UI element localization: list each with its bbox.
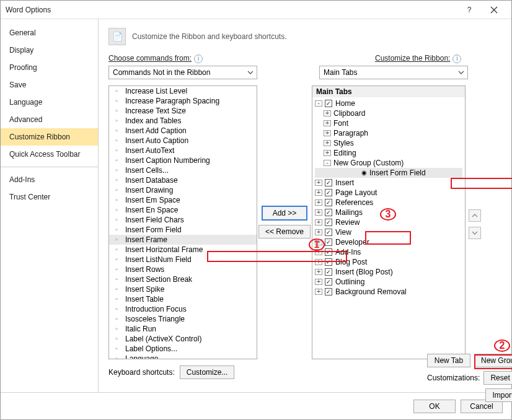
command-list-item[interactable]: ▫Insert Add Caption [109, 126, 257, 136]
command-list-item[interactable]: ▫Introduction Focus [109, 304, 257, 314]
command-list-item[interactable]: ▫Increase Text Size [109, 106, 257, 116]
command-list-item[interactable]: ▫Insert Table [109, 294, 257, 304]
checkbox[interactable]: ✓ [325, 229, 332, 236]
command-list-item[interactable]: ▫Insert Frame [109, 235, 257, 245]
sidebar-item-display[interactable]: Display [1, 42, 98, 59]
command-list-item[interactable]: ▫Insert Caption Numbering [109, 155, 257, 165]
tree-node[interactable]: +Editing [315, 148, 462, 158]
command-list-item[interactable]: ▫Isosceles Triangle [109, 314, 257, 324]
command-list-item[interactable]: ▫Insert Cells... [109, 165, 257, 175]
checkbox[interactable]: ✓ [325, 268, 332, 276]
command-list-item[interactable]: ▫Insert Horizontal Frame [109, 245, 257, 255]
checkbox[interactable]: ✓ [325, 288, 332, 295]
command-list-item[interactable]: ▫Index and Tables [109, 116, 257, 126]
command-list-item[interactable]: ▫Insert AutoText [109, 146, 257, 155]
expand-icon[interactable]: + [324, 130, 331, 136]
tree-node[interactable]: +Paragraph [315, 128, 462, 138]
add-button[interactable]: Add >> [262, 206, 307, 220]
command-list-item[interactable]: ▫Insert Field Chars [109, 215, 257, 225]
tree-node[interactable]: +✓Insert (Blog Post) [315, 267, 462, 277]
tree-node[interactable]: +✓Insert [315, 178, 462, 188]
close-button[interactable] [482, 1, 506, 19]
sidebar-item-trust-center[interactable]: Trust Center [1, 188, 98, 206]
tree-node[interactable]: +✓Background Removal [315, 287, 462, 297]
command-list-item[interactable]: ▫Insert En Space [109, 205, 257, 215]
tree-node[interactable]: +Clipboard [315, 108, 462, 118]
move-down-button[interactable] [469, 227, 481, 239]
tree-node[interactable]: +✓Review [315, 217, 462, 227]
checkbox[interactable]: ✓ [325, 199, 332, 206]
tree-node-insert-form-field[interactable]: ◉Insert Form Field [315, 168, 462, 178]
command-list-item[interactable]: ▫Insert Database [109, 175, 257, 185]
collapse-icon[interactable]: - [324, 160, 331, 166]
tree-node[interactable]: +✓References [315, 198, 462, 208]
customize-shortcuts-button[interactable]: Customize... [180, 365, 235, 379]
info-icon[interactable]: i [452, 55, 461, 63]
tree-node-home[interactable]: -✓Home [315, 98, 462, 108]
command-list-item[interactable]: ▫Increase List Level [109, 86, 257, 96]
tree-node[interactable]: +✓Mailings [315, 208, 462, 217]
help-button[interactable]: ? [457, 1, 482, 19]
expand-icon[interactable]: + [315, 259, 322, 265]
tree-node[interactable]: +✓Blog Post [315, 257, 462, 267]
tree-node[interactable]: +✓Page Layout [315, 188, 462, 198]
expand-icon[interactable]: + [315, 269, 322, 275]
info-icon[interactable]: i [194, 55, 203, 63]
expand-icon[interactable]: + [324, 120, 331, 126]
expand-icon[interactable]: + [315, 279, 322, 285]
command-list-item[interactable]: ▫Italic Run [109, 324, 257, 334]
expand-icon[interactable]: + [315, 190, 322, 196]
tree-node[interactable]: +Styles [315, 138, 462, 148]
command-list-item[interactable]: ▫Label Options... [109, 344, 257, 354]
expand-icon[interactable]: + [315, 209, 322, 216]
commands-listbox[interactable]: ▫Increase List Level▫Increase Paragraph … [108, 85, 257, 359]
new-group-button[interactable]: New Group [474, 354, 512, 367]
tree-node-newgroup[interactable]: -New Group (Custom) [315, 158, 462, 168]
checkbox[interactable]: ✓ [325, 278, 332, 286]
sidebar-item-general[interactable]: General [1, 24, 98, 42]
collapse-icon[interactable]: - [315, 100, 322, 107]
expand-icon[interactable]: + [315, 219, 322, 225]
checkbox[interactable]: ✓ [325, 179, 332, 186]
command-list-item[interactable]: ▫Insert Rows [109, 265, 257, 274]
new-tab-button[interactable]: New Tab [427, 354, 470, 367]
checkbox[interactable]: ✓ [325, 248, 332, 256]
expand-icon[interactable]: + [324, 150, 331, 156]
command-list-item[interactable]: ▫Insert ListNum Field [109, 255, 257, 265]
remove-button[interactable]: << Remove [258, 225, 311, 238]
expand-icon[interactable]: + [324, 140, 331, 146]
command-list-item[interactable]: ▫Insert Form Field [109, 225, 257, 235]
move-up-button[interactable] [469, 209, 481, 222]
command-list-item[interactable]: ▫Language [109, 354, 257, 359]
tree-node[interactable]: +✓Add-Ins [315, 247, 462, 257]
reset-button[interactable]: Reset ▼ [483, 371, 512, 385]
command-list-item[interactable]: ▫Insert Drawing [109, 185, 257, 195]
checkbox[interactable]: ✓ [325, 100, 332, 107]
choose-commands-combo[interactable]: Commands Not in the Ribbon [108, 66, 257, 79]
tree-node[interactable]: +✓View [315, 227, 462, 237]
sidebar-item-customize-ribbon[interactable]: Customize Ribbon [1, 128, 98, 146]
expand-icon[interactable]: + [315, 249, 322, 255]
expand-icon[interactable]: + [315, 180, 322, 186]
expand-icon[interactable]: + [315, 229, 322, 235]
expand-icon[interactable]: + [315, 199, 322, 206]
tree-node[interactable]: +✓Outlining [315, 277, 462, 287]
tree-node[interactable]: +✓Developer [315, 237, 462, 247]
sidebar-item-qat[interactable]: Quick Access Toolbar [1, 146, 98, 163]
command-list-item[interactable]: ▫Insert Spike [109, 284, 257, 294]
expand-icon[interactable]: + [315, 289, 322, 295]
customize-ribbon-combo[interactable]: Main Tabs [319, 66, 468, 79]
checkbox[interactable]: ✓ [325, 219, 332, 226]
sidebar-item-save[interactable]: Save [1, 76, 98, 94]
checkbox[interactable]: ✓ [325, 209, 332, 216]
command-list-item[interactable]: ▫Label (ActiveX Control) [109, 334, 257, 344]
expand-icon[interactable]: + [315, 239, 322, 245]
expand-icon[interactable]: + [324, 110, 331, 116]
sidebar-item-advanced[interactable]: Advanced [1, 111, 98, 128]
command-list-item[interactable]: ▫Insert Auto Caption [109, 136, 257, 146]
import-export-button[interactable]: Import/Export ▼ [485, 388, 512, 402]
command-list-item[interactable]: ▫Insert Em Space [109, 195, 257, 205]
sidebar-item-proofing[interactable]: Proofing [1, 59, 98, 76]
tree-node[interactable]: +Font [315, 118, 462, 128]
sidebar-item-language[interactable]: Language [1, 94, 98, 111]
